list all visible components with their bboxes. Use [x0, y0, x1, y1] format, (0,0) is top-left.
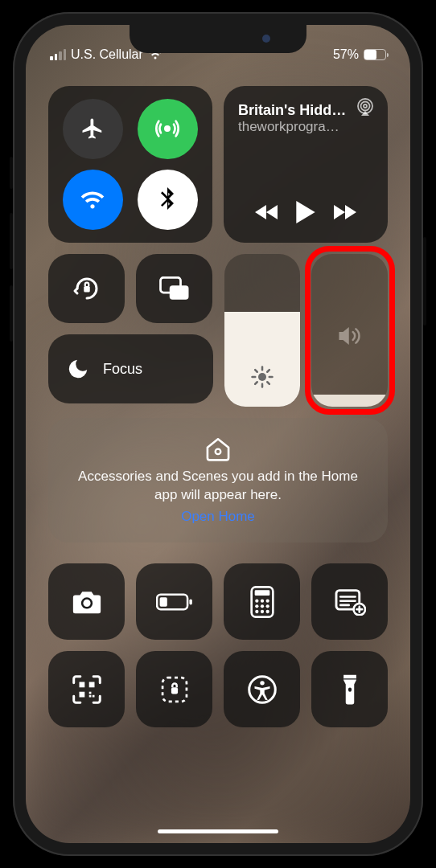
carrier-label: U.S. Cellular: [71, 47, 143, 62]
cellular-data-button[interactable]: [138, 99, 198, 159]
media-panel[interactable]: Britain's Hidd… theworkprogra…: [224, 86, 388, 243]
svg-point-25: [260, 599, 263, 602]
home-icon: [204, 436, 232, 461]
airplay-icon[interactable]: [356, 97, 375, 117]
calculator-button[interactable]: [224, 563, 300, 640]
svg-point-18: [83, 599, 90, 606]
svg-point-24: [255, 599, 258, 602]
accessibility-button[interactable]: [224, 651, 300, 727]
home-placeholder-panel[interactable]: Accessories and Scenes you add in the Ho…: [48, 418, 388, 542]
svg-point-31: [260, 609, 263, 612]
svg-point-3: [364, 104, 367, 108]
home-indicator[interactable]: [158, 829, 278, 833]
qr-scanner-button[interactable]: [48, 651, 125, 727]
quick-note-button[interactable]: [311, 563, 388, 640]
svg-point-29: [265, 604, 269, 608]
svg-point-16: [216, 448, 221, 454]
svg-point-27: [255, 604, 258, 608]
wifi-button[interactable]: [63, 170, 123, 230]
svg-rect-41: [88, 682, 94, 687]
svg-rect-6: [169, 285, 188, 300]
svg-rect-4: [84, 286, 90, 293]
svg-line-13: [267, 382, 269, 384]
airplane-mode-button[interactable]: [63, 99, 123, 159]
flashlight-button[interactable]: [311, 651, 388, 727]
svg-line-12: [255, 370, 257, 372]
svg-point-26: [265, 599, 269, 602]
svg-point-7: [258, 373, 266, 381]
svg-rect-44: [92, 694, 94, 697]
svg-point-28: [260, 604, 263, 608]
connectivity-panel[interactable]: [48, 86, 212, 243]
brightness-icon: [250, 365, 274, 389]
svg-rect-21: [159, 597, 167, 607]
camera-button[interactable]: [48, 563, 125, 640]
focus-label: Focus: [103, 361, 142, 378]
svg-rect-45: [88, 694, 91, 697]
screen-mirroring-button[interactable]: [136, 254, 212, 323]
svg-rect-50: [348, 687, 352, 691]
guided-access-button[interactable]: [136, 651, 212, 727]
forward-button[interactable]: [332, 203, 356, 221]
media-title: Britain's Hidd…: [238, 102, 373, 119]
notch: [130, 25, 306, 53]
rewind-button[interactable]: [255, 203, 279, 221]
open-home-link[interactable]: Open Home: [181, 509, 255, 525]
svg-rect-40: [79, 682, 84, 687]
svg-point-49: [260, 681, 264, 685]
volume-slider[interactable]: [311, 254, 388, 407]
moon-icon: [66, 357, 90, 381]
battery-percent: 57%: [333, 47, 359, 62]
phone-frame: U.S. Cellular 57%: [13, 12, 423, 856]
media-subtitle: theworkprogra…: [238, 119, 373, 135]
home-message: Accessories and Scenes you add in the Ho…: [71, 468, 365, 505]
brightness-slider[interactable]: [224, 254, 300, 407]
svg-point-0: [166, 127, 170, 131]
svg-point-2: [361, 102, 370, 111]
svg-line-14: [255, 382, 257, 384]
focus-button[interactable]: Focus: [48, 334, 213, 403]
orientation-lock-button[interactable]: [48, 254, 125, 323]
low-power-mode-button[interactable]: [136, 563, 212, 640]
bluetooth-button[interactable]: [138, 170, 198, 230]
svg-rect-42: [79, 691, 84, 697]
svg-point-30: [255, 609, 258, 612]
speaker-icon: [337, 325, 363, 347]
screen: U.S. Cellular 57%: [26, 25, 410, 843]
svg-point-32: [265, 609, 269, 612]
cellular-signal-icon: [50, 49, 66, 60]
svg-rect-47: [171, 687, 177, 694]
svg-rect-23: [254, 590, 269, 596]
svg-line-15: [267, 370, 269, 372]
battery-icon: [364, 49, 386, 60]
svg-rect-20: [189, 599, 191, 604]
svg-rect-43: [88, 691, 91, 694]
play-button[interactable]: [296, 201, 315, 223]
